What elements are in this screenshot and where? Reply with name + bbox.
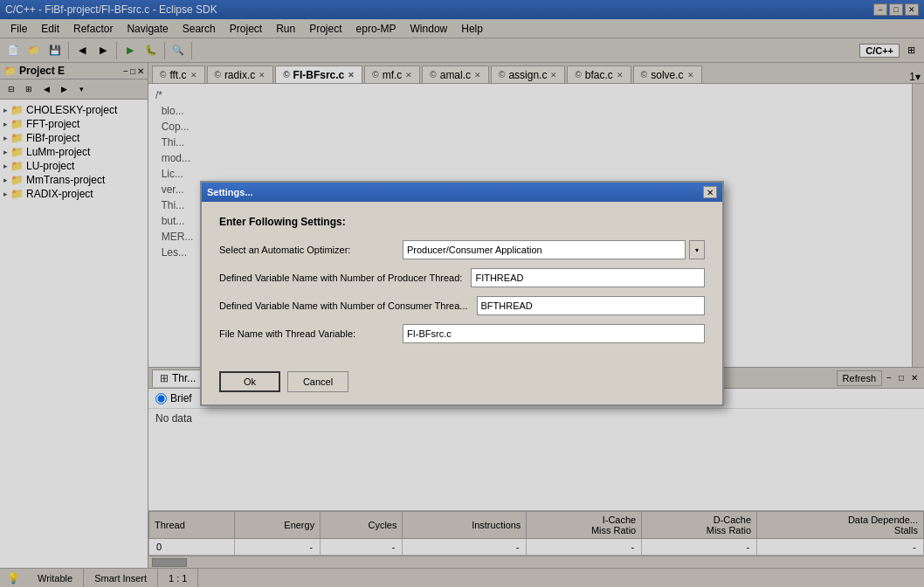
consumer-control (477, 296, 706, 315)
optimizer-row: Select an Automatic Optimizer: ▾ (219, 240, 705, 259)
optimizer-control: ▾ (403, 240, 705, 259)
consumer-input[interactable] (477, 296, 706, 315)
modal-body: Enter Following Settings: Select an Auto… (202, 202, 722, 366)
modal-footer: Ok Cancel (202, 366, 722, 404)
optimizer-dropdown-btn[interactable]: ▾ (689, 240, 705, 259)
producer-control (471, 268, 705, 287)
optimizer-select[interactable] (403, 240, 686, 259)
producer-input[interactable] (471, 268, 705, 287)
producer-row: Defined Variable Name with Number of Pro… (219, 268, 705, 287)
optimizer-label: Select an Automatic Optimizer: (219, 245, 394, 255)
settings-dialog: Settings... ✕ Enter Following Settings: … (200, 181, 724, 406)
consumer-row: Defined Variable Name with Number of Con… (219, 296, 705, 315)
filename-input[interactable] (403, 324, 705, 343)
modal-close-button[interactable]: ✕ (703, 186, 717, 198)
consumer-label: Defined Variable Name with Number of Con… (219, 300, 468, 311)
modal-overlay: Settings... ✕ Enter Following Settings: … (0, 0, 924, 587)
modal-heading: Enter Following Settings: (219, 216, 705, 228)
modal-title-bar: Settings... ✕ (202, 183, 722, 202)
producer-label: Defined Variable Name with Number of Pro… (219, 273, 462, 283)
cancel-button[interactable]: Cancel (287, 371, 348, 392)
modal-title: Settings... (207, 187, 253, 197)
filename-row: File Name with Thread Variable: (219, 324, 705, 343)
ok-button[interactable]: Ok (219, 371, 280, 392)
filename-control (403, 324, 705, 343)
filename-label: File Name with Thread Variable: (219, 328, 394, 339)
